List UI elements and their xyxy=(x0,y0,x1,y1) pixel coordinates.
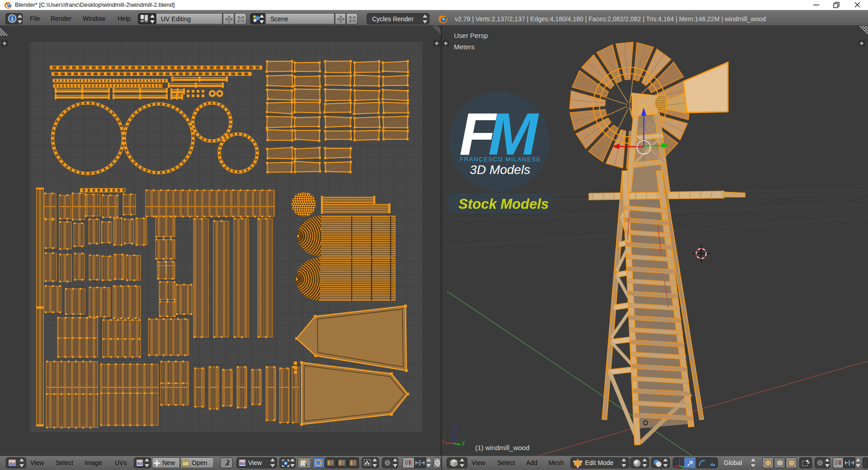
svg-text:x: x xyxy=(442,437,445,444)
svg-text:y: y xyxy=(462,439,465,446)
svg-text:Meters: Meters xyxy=(454,43,475,51)
svg-text:FRANCESCO MILANESE: FRANCESCO MILANESE xyxy=(460,156,541,163)
svg-text:3D Models: 3D Models xyxy=(470,163,530,177)
svg-text:z: z xyxy=(455,423,458,430)
svg-text:User Persp: User Persp xyxy=(454,32,488,39)
svg-text:(1) windmill_wood: (1) windmill_wood xyxy=(475,444,529,451)
svg-text:Stock Models: Stock Models xyxy=(458,196,549,212)
svg-text:i: i xyxy=(11,15,13,22)
